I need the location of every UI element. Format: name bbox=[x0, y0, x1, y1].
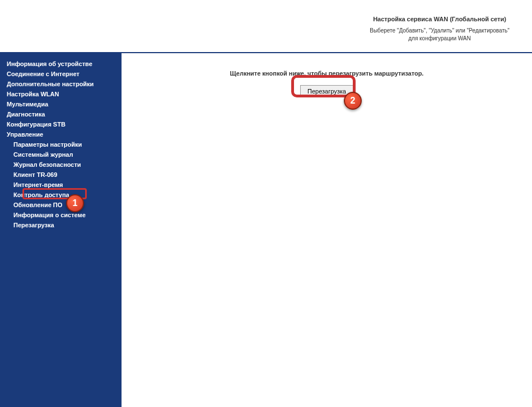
sidebar-item-stb-config[interactable]: Конфигурация STB bbox=[0, 119, 122, 129]
sidebar-subitem-system-log[interactable]: Системный журнал bbox=[0, 149, 122, 160]
sidebar-item-advanced-settings[interactable]: Дополнительные настройки bbox=[0, 79, 122, 89]
sidebar-subitem-system-info[interactable]: Информация о системе bbox=[0, 210, 122, 220]
sidebar-item-device-info[interactable]: Информация об устройстве bbox=[0, 59, 122, 69]
sidebar-subitem-security-log[interactable]: Журнал безопасности bbox=[0, 160, 122, 170]
sidebar-subitem-access-control[interactable]: Контроль доступа bbox=[0, 190, 122, 200]
main-container: Информация об устройстве Соединение с Ин… bbox=[0, 53, 532, 407]
instruction-text: Щелкните кнопкой ниже, чтобы перезагрузи… bbox=[144, 70, 510, 77]
page-header: Настройка сервиса WAN (Глобальной сети) … bbox=[0, 0, 532, 53]
sidebar-subitem-settings-params[interactable]: Параметры настройки bbox=[0, 139, 122, 149]
sidebar-item-management[interactable]: Управление bbox=[0, 129, 122, 139]
sidebar-item-multimedia[interactable]: Мультимедиа bbox=[0, 99, 122, 109]
sidebar-subitem-reboot[interactable]: Перезагрузка bbox=[0, 220, 122, 230]
header-subtitle: Выберете "Добавить", "Удалить" или "Реда… bbox=[370, 27, 510, 43]
sidebar-subitem-tr069-client[interactable]: Клиент TR-069 bbox=[0, 170, 122, 180]
sidebar-subitem-internet-time[interactable]: Интернет-время bbox=[0, 180, 122, 190]
header-info-block: Настройка сервиса WAN (Глобальной сети) … bbox=[370, 16, 510, 43]
sidebar-item-wlan-settings[interactable]: Настройка WLAN bbox=[0, 89, 122, 99]
sidebar-nav: Информация об устройстве Соединение с Ин… bbox=[0, 53, 122, 407]
content-area: Щелкните кнопкой ниже, чтобы перезагрузи… bbox=[122, 53, 532, 407]
reboot-button[interactable]: Перезагрузка bbox=[300, 85, 353, 97]
header-title: Настройка сервиса WAN (Глобальной сети) bbox=[370, 16, 510, 22]
sidebar-item-internet-connection[interactable]: Соединение с Интернет bbox=[0, 69, 122, 79]
sidebar-item-diagnostics[interactable]: Диагностика bbox=[0, 109, 122, 119]
sidebar-subitem-software-update[interactable]: Обновление ПО bbox=[0, 200, 122, 210]
